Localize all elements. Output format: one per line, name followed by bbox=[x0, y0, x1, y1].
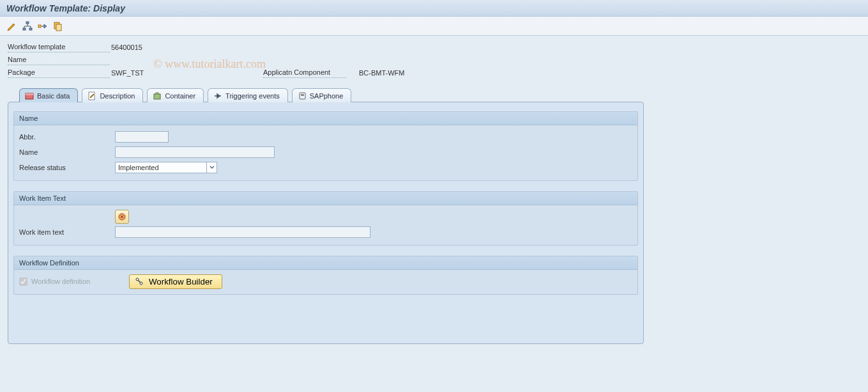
description-icon bbox=[88, 91, 96, 100]
release-status-dropdown[interactable]: Implemented bbox=[115, 162, 217, 173]
group-wfdef-title: Workflow Definition bbox=[14, 256, 637, 270]
workflow-template-label: Workflow template bbox=[8, 42, 110, 52]
tab-container[interactable]: Container bbox=[147, 88, 204, 102]
group-workitem-title: Work Item Text bbox=[14, 192, 637, 205]
hierarchy-icon[interactable] bbox=[22, 20, 33, 32]
basic-data-icon bbox=[25, 91, 34, 100]
group-work-item-text: Work Item Text Work item text bbox=[13, 191, 638, 246]
name-input[interactable] bbox=[115, 146, 275, 158]
tab-label: Description bbox=[100, 92, 135, 100]
copy-icon[interactable] bbox=[52, 20, 64, 32]
svg-rect-5 bbox=[56, 24, 61, 31]
abbr-label: Abbr. bbox=[19, 133, 115, 141]
title-bar: Workflow Template: Display bbox=[0, 0, 868, 17]
workflow-definition-checkbox[interactable] bbox=[19, 278, 27, 286]
workflow-template-value: 56400015 bbox=[110, 43, 238, 51]
package-label: Package bbox=[8, 68, 110, 78]
app-component-value: BC-BMT-WFM bbox=[346, 69, 404, 77]
sapphone-icon bbox=[298, 91, 307, 100]
group-workflow-definition: Workflow Definition Workflow definition … bbox=[13, 256, 638, 295]
tab-description[interactable]: Description bbox=[82, 88, 143, 102]
release-status-label: Release status bbox=[19, 164, 115, 171]
tab-label: Triggering events bbox=[225, 92, 280, 100]
svg-point-13 bbox=[136, 278, 139, 281]
chevron-down-icon bbox=[206, 162, 217, 173]
group-name-title: Name bbox=[14, 112, 637, 125]
tab-triggering-events[interactable]: Triggering events bbox=[208, 88, 288, 102]
workflow-builder-label: Workflow Builder bbox=[149, 277, 213, 286]
tab-label: Basic data bbox=[37, 92, 70, 100]
work-item-text-label: Work item text bbox=[19, 228, 115, 236]
svg-rect-3 bbox=[38, 25, 41, 27]
container-icon bbox=[153, 91, 162, 100]
work-item-text-input[interactable] bbox=[115, 226, 370, 238]
tab-panel-basic-data: Name Abbr. Name Release status Implement… bbox=[8, 102, 644, 344]
tab-sapphone[interactable]: SAPphone bbox=[292, 88, 352, 102]
header-fields: Workflow template 56400015 Name Package … bbox=[0, 36, 868, 88]
svg-rect-2 bbox=[29, 28, 32, 30]
insert-variable-button[interactable] bbox=[115, 210, 129, 224]
package-value: SWF_TST bbox=[110, 69, 238, 77]
svg-rect-1 bbox=[23, 28, 26, 30]
events-icon bbox=[213, 91, 222, 100]
main-content-scroll[interactable]: © www.tutorialkart.com Workflow template… bbox=[0, 36, 868, 392]
tab-basic-data[interactable]: Basic data bbox=[19, 88, 78, 102]
release-status-value: Implemented bbox=[118, 164, 159, 171]
workflow-builder-icon bbox=[135, 277, 144, 286]
svg-rect-11 bbox=[301, 94, 304, 96]
tab-strip: Basic data Description Container Trigger… bbox=[0, 88, 868, 102]
group-name: Name Abbr. Name Release status Implement… bbox=[13, 111, 638, 181]
workflow-builder-button[interactable]: Workflow Builder bbox=[129, 274, 222, 289]
workflow-definition-checkbox-wrap[interactable]: Workflow definition bbox=[19, 278, 121, 286]
abbr-input[interactable] bbox=[115, 131, 169, 143]
svg-rect-9 bbox=[154, 94, 160, 99]
tab-label: SAPphone bbox=[310, 92, 344, 100]
where-used-icon[interactable] bbox=[37, 20, 49, 32]
svg-rect-7 bbox=[26, 93, 33, 95]
tab-label: Container bbox=[165, 92, 195, 100]
workflow-definition-checkbox-label: Workflow definition bbox=[31, 278, 90, 285]
name-label: Name bbox=[19, 148, 115, 156]
application-toolbar bbox=[0, 17, 868, 36]
header-name-label: Name bbox=[8, 55, 110, 65]
toggle-display-change-icon[interactable] bbox=[6, 20, 18, 32]
svg-rect-0 bbox=[26, 22, 29, 24]
page-title: Workflow Template: Display bbox=[6, 3, 125, 13]
svg-point-14 bbox=[140, 282, 142, 285]
app-component-label: Applicatn Component bbox=[263, 68, 346, 78]
